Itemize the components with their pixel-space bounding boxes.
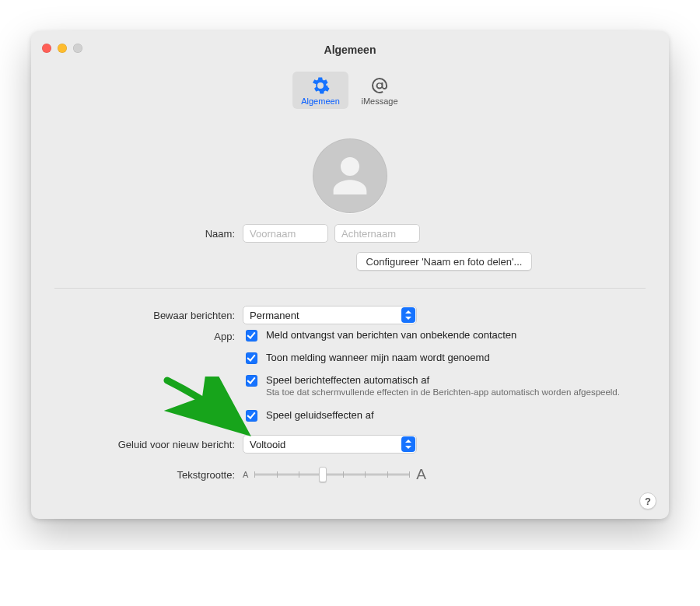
minimize-button[interactable]: [58, 44, 67, 53]
tab-general[interactable]: Algemeen: [292, 72, 348, 109]
preferences-window: Algemeen Algemeen iMessage Naam:: [31, 31, 669, 519]
help-button[interactable]: ?: [639, 492, 656, 510]
share-row: Configureer 'Naam en foto delen'...: [54, 252, 646, 271]
close-button[interactable]: [42, 44, 51, 53]
sound-label: Geluid voor nieuw bericht:: [54, 439, 235, 450]
keep-messages-select[interactable]: Permanent: [243, 306, 417, 324]
chevron-updown-icon: [401, 307, 415, 323]
textsize-big-a: A: [416, 466, 426, 483]
checkbox-autoplay-label: Speel berichteffecten automatisch af: [266, 374, 620, 386]
check-autoplay-row: Speel berichteffecten automatisch af Sta…: [243, 374, 620, 397]
check-unknown-row: Meld ontvangst van berichten van onbeken…: [243, 329, 620, 344]
checkbox-sound-effects[interactable]: [246, 410, 257, 422]
name-label: Naam:: [54, 228, 235, 240]
keep-messages-value: Permanent: [250, 310, 299, 321]
app-label: App:: [54, 331, 235, 342]
textsize-row: Tekstgrootte: A A: [54, 466, 646, 483]
last-name-input[interactable]: [334, 224, 420, 243]
tab-imessage-label: iMessage: [361, 96, 397, 106]
titlebar: Algemeen: [31, 31, 669, 68]
textsize-slider[interactable]: [254, 467, 410, 482]
textsize-small-a: A: [243, 470, 248, 479]
keep-messages-label: Bewaar berichten:: [54, 310, 235, 321]
help-icon: ?: [645, 496, 651, 507]
tab-imessage[interactable]: iMessage: [352, 72, 408, 109]
check-name-mentioned-row: Toon melding wanneer mijn naam wordt gen…: [243, 352, 620, 366]
sound-value: Voltooid: [250, 439, 285, 450]
zoom-button[interactable]: [73, 44, 82, 53]
slider-thumb[interactable]: [319, 467, 327, 482]
tab-general-label: Algemeen: [301, 96, 340, 106]
person-icon: [325, 151, 375, 201]
checkbox-unknown-label: Meld ontvangst van berichten van onbeken…: [266, 329, 516, 341]
checkbox-autoplay-effects[interactable]: [246, 375, 257, 387]
traffic-lights: [42, 44, 82, 53]
window-title: Algemeen: [324, 44, 376, 56]
share-name-photo-button[interactable]: Configureer 'Naam en foto delen'...: [356, 252, 533, 271]
chevron-updown-icon: [401, 436, 415, 452]
separator: [54, 288, 646, 289]
checkbox-autoplay-note: Sta toe dat schermvullende effecten in d…: [266, 387, 620, 397]
keep-messages-row: Bewaar berichten: Permanent: [54, 306, 646, 324]
check-sound-effects-row: Speel geluidseffecten af: [243, 409, 620, 424]
avatar[interactable]: [313, 138, 387, 213]
first-name-input[interactable]: [243, 224, 328, 243]
app-checkboxes: Meld ontvangst van berichten van onbeken…: [243, 329, 620, 424]
sound-row: Geluid voor nieuw bericht: Voltooid: [54, 435, 646, 454]
checkbox-name-mentioned-label: Toon melding wanneer mijn naam wordt gen…: [266, 352, 490, 363]
gear-icon: [311, 76, 330, 95]
checkbox-sound-effects-label: Speel geluidseffecten af: [266, 409, 374, 421]
avatar-section: [54, 138, 646, 213]
checkbox-unknown[interactable]: [246, 330, 257, 342]
content: Naam: Configureer 'Naam en foto delen'..…: [31, 117, 669, 483]
app-row: App: Meld ontvangst van berichten van on…: [54, 329, 646, 424]
checkbox-name-mentioned[interactable]: [246, 352, 257, 364]
textsize-label: Tekstgrootte:: [54, 469, 235, 481]
sound-select[interactable]: Voltooid: [243, 435, 417, 454]
name-row: Naam:: [54, 224, 646, 243]
toolbar: Algemeen iMessage: [31, 68, 669, 117]
at-icon: [370, 76, 389, 95]
